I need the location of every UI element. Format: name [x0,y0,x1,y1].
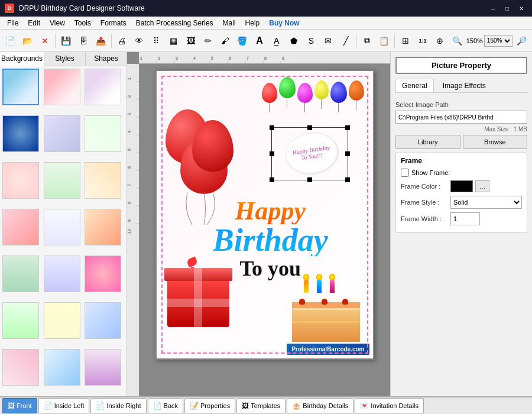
minimize-button[interactable]: – [487,4,499,12]
pen-button[interactable]: ✏ [200,33,216,49]
canvas-area[interactable]: 1 2 3 4 5 6 7 8 9 1 2 [127,52,390,396]
menu-edit[interactable]: Edit [23,17,45,29]
thumb-3[interactable] [85,69,121,105]
wordart-button[interactable]: A̲ [269,33,285,49]
maximize-button[interactable]: □ [501,4,513,12]
front-tab-label: Front [17,402,32,409]
show-frame-row: Show Frame: [401,169,522,177]
svg-text:3: 3 [127,113,131,115]
image-path-input[interactable] [395,111,527,124]
close-button-tb[interactable]: ✕ [37,33,53,49]
image-button[interactable]: 🖼 [183,33,199,49]
qr-button[interactable]: ▦ [166,33,181,49]
thumb-2[interactable] [44,69,80,105]
zoomin-button[interactable]: 🔍 [449,33,465,49]
tab-image-effects[interactable]: Image Effects [436,79,492,92]
frame-color-dots-btn[interactable]: … [475,180,489,192]
frame-width-input[interactable] [450,212,480,225]
barcode-button[interactable]: ⠿ [148,33,164,49]
gift-box [167,279,229,338]
menu-view[interactable]: View [45,17,70,29]
zoom-control[interactable]: 150% 150%100%75%50% [466,35,512,47]
fill-button[interactable]: 🪣 [234,33,250,49]
thumb-13[interactable] [2,255,39,292]
paste-button[interactable]: 📋 [376,33,392,49]
thumb-20[interactable] [44,349,80,386]
copy-button[interactable]: ⧉ [359,33,375,49]
print-button[interactable]: 🖨 [114,33,130,49]
saveas-button[interactable]: 🗄 [75,33,91,49]
thumb-1[interactable] [2,69,39,105]
thumb-15[interactable] [85,255,121,292]
tab-inside-right[interactable]: 📄 Inside Right [90,398,146,413]
frame-color-swatch[interactable] [450,180,473,192]
tab-birthday-details[interactable]: 🎂 Birthday Details [287,398,353,413]
svg-text:5: 5 [211,56,213,60]
shapes-button[interactable]: ⬟ [286,33,302,49]
menu-batch[interactable]: Batch Processing Series [131,17,218,29]
browse-button[interactable]: Browse [463,135,528,149]
handle-br [345,177,350,182]
mail-button[interactable]: ✉ [320,33,336,49]
thumb-6[interactable] [85,115,121,152]
right-panel: Picture Property General Image Effects S… [390,52,532,396]
table-button[interactable]: ⊞ [397,33,413,49]
prop-tabs: General Image Effects [395,79,527,93]
center-button[interactable]: ⊕ [432,33,448,49]
text-button[interactable]: A [251,33,267,49]
thumb-16[interactable] [2,302,39,339]
close-button[interactable]: ✕ [515,4,527,12]
preview-button[interactable]: 👁 [131,33,147,49]
library-button[interactable]: Library [395,135,460,149]
thumb-5[interactable] [44,115,80,152]
tab-properties[interactable]: 📝 Properties [184,398,235,413]
menu-mail[interactable]: Mail [218,17,241,29]
menu-tools[interactable]: Tools [70,17,96,29]
thumb-21[interactable] [85,349,121,386]
toolbar-sep4 [394,34,395,48]
thumb-14[interactable] [44,255,80,292]
frame-style-select[interactable]: Solid Dashed Dotted Double [450,196,522,209]
save-button[interactable]: 💾 [58,33,74,49]
tab-shapes[interactable]: Shapes [86,52,126,66]
thumb-12[interactable] [85,209,121,245]
line-button[interactable]: ╱ [338,33,353,49]
tab-general[interactable]: General [395,79,434,92]
thumb-19[interactable] [2,349,39,386]
thumb-11[interactable] [44,209,80,245]
tab-styles[interactable]: Styles [44,52,86,66]
tab-templates[interactable]: 🖼 Templates [236,398,286,413]
size1-button[interactable]: 1:1 [414,33,430,49]
export-button[interactable]: 📤 [93,33,109,49]
open-button[interactable]: 📂 [20,33,35,49]
card-canvas[interactable]: Happy Birthday To You!!! [155,70,374,360]
tab-front[interactable]: 🖼 Front [2,398,37,413]
birthday-details-icon: 🎂 [292,402,301,410]
menu-buynow[interactable]: Buy Now [264,17,304,29]
thumb-7[interactable] [2,162,39,199]
inside-right-icon: 📄 [96,402,105,410]
sym-button[interactable]: S [303,33,319,49]
menu-file[interactable]: File [2,17,23,29]
new-button[interactable]: 📄 [2,33,18,49]
thumb-10[interactable] [2,209,39,245]
thumb-18[interactable] [85,302,121,339]
tab-backgrounds[interactable]: Backgrounds [0,52,44,66]
thumb-9[interactable] [85,162,121,199]
brush-button[interactable]: 🖌 [217,33,233,49]
frame-section: Frame Show Frame: Frame Color : … Frame … [395,153,527,233]
canvas-wrapper: Happy Birthday To You!!! [139,64,390,396]
tab-invitation-details[interactable]: 💌 Invitation Details [355,398,424,413]
birthday-details-label: Birthday Details [303,402,348,409]
zoomout-button[interactable]: 🔎 [514,33,530,49]
zoom-select[interactable]: 150%100%75%50% [484,35,512,47]
menu-help[interactable]: Help [241,17,265,29]
tab-back[interactable]: 📄 Back [148,398,183,413]
menu-formats[interactable]: Formats [96,17,131,29]
thumb-4[interactable] [2,115,39,152]
thumb-17[interactable] [44,302,80,339]
tab-inside-left[interactable]: 📄 Inside Left [38,398,90,413]
thumb-8[interactable] [44,162,80,199]
show-frame-checkbox[interactable] [401,169,409,177]
svg-text:6: 6 [127,166,131,169]
